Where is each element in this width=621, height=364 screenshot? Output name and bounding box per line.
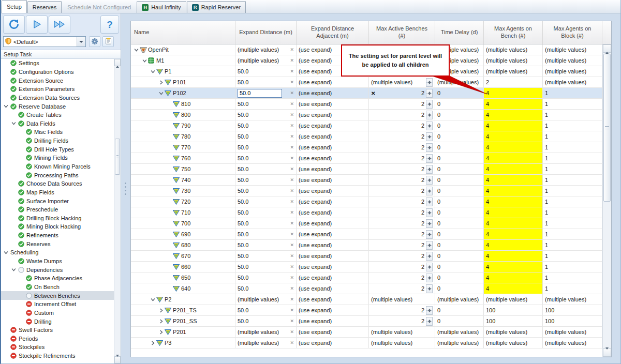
sidebar-item-extension-data-sources[interactable]: Extension Data Sources: [1, 94, 114, 102]
grid-row-810[interactable]: 81050.0✕(use expand)2041: [131, 99, 602, 110]
spinner[interactable]: [426, 122, 433, 130]
cell-max-active-benches[interactable]: 2: [369, 186, 435, 196]
cell-expand-distance[interactable]: 50.0✕: [235, 186, 297, 196]
cell-max-agents-block[interactable]: 1: [543, 131, 602, 142]
cell-max-active-benches[interactable]: (multiple values): [369, 327, 435, 337]
grid-row-650[interactable]: 65050.0✕(use expand)2041: [131, 272, 602, 283]
chevron-down-icon[interactable]: [3, 250, 9, 255]
cell-max-agents-block[interactable]: 1: [543, 120, 602, 131]
cell-expand-adjacent[interactable]: (use expand): [297, 77, 369, 87]
grid-row-680[interactable]: 68050.0✕(use expand)2041: [131, 240, 602, 251]
clear-icon[interactable]: ✕: [290, 232, 294, 237]
cell-name[interactable]: 730: [131, 186, 235, 196]
grid-row-760[interactable]: 76050.0✕(use expand)2041: [131, 153, 602, 164]
cell-expand-distance[interactable]: 50.0✕: [235, 99, 297, 109]
scroll-up-button[interactable]: [114, 59, 121, 66]
cell-expand-distance[interactable]: ✕: [235, 88, 297, 98]
cell-max-agents-bench[interactable]: 100: [484, 316, 543, 326]
cell-max-agents-block[interactable]: (multiple values): [543, 338, 602, 348]
clear-icon[interactable]: ✕: [290, 90, 294, 96]
cell-time-delay[interactable]: 0: [435, 142, 484, 153]
cell-name[interactable]: P102: [131, 88, 235, 98]
cell-expand-distance[interactable]: 50.0✕: [235, 207, 297, 218]
cell-max-active-benches[interactable]: 2: [369, 120, 435, 131]
spinner[interactable]: [426, 198, 433, 206]
cell-name[interactable]: 670: [131, 251, 235, 261]
cell-expand-adjacent[interactable]: (use expand): [297, 142, 369, 153]
cell-max-active-benches[interactable]: 2: [369, 196, 435, 207]
cell-time-delay[interactable]: (multiple values): [435, 327, 484, 337]
cell-max-agents-bench[interactable]: (multiple values): [484, 66, 543, 77]
spinner[interactable]: [426, 111, 433, 119]
cell-max-agents-bench[interactable]: 4: [484, 272, 543, 283]
grid-row-670[interactable]: 67050.0✕(use expand)2041: [131, 251, 602, 262]
cell-max-agents-block[interactable]: 1: [543, 251, 602, 261]
cell-expand-adjacent[interactable]: (use expand): [297, 164, 369, 174]
cell-max-active-benches[interactable]: 2: [369, 131, 435, 142]
cell-expand-adjacent[interactable]: (use expand): [297, 175, 369, 185]
cell-max-agents-bench[interactable]: (multiple values): [484, 55, 543, 66]
cell-max-agents-block[interactable]: (multiple values): [543, 66, 602, 77]
chevron-down-icon[interactable]: [150, 297, 156, 302]
column-header-adj[interactable]: Expand Distance Adjacent (m): [297, 21, 369, 44]
cell-name[interactable]: 800: [131, 110, 235, 120]
scroll-down-button[interactable]: [603, 348, 611, 357]
cell-max-agents-block[interactable]: 1: [543, 142, 602, 153]
clear-icon[interactable]: ✕: [290, 275, 294, 280]
cell-max-agents-block[interactable]: 1: [543, 272, 602, 283]
spinner[interactable]: [426, 219, 433, 228]
cell-time-delay[interactable]: 0: [435, 272, 484, 283]
cell-expand-distance[interactable]: 50.0✕: [235, 153, 297, 163]
cell-expand-adjacent[interactable]: (use expand): [297, 153, 369, 163]
column-header-bench[interactable]: Max Agents on Bench (#): [484, 21, 543, 44]
cell-max-agents-block[interactable]: 1: [543, 186, 602, 196]
sidebar-item-known-mining-parcels[interactable]: Known Mining Parcels: [1, 162, 114, 171]
cell-time-delay[interactable]: 0: [435, 262, 484, 272]
cell-expand-adjacent[interactable]: (use expand): [297, 88, 369, 98]
spinner[interactable]: [426, 317, 433, 326]
clear-icon[interactable]: ✕: [290, 166, 294, 172]
cell-max-agents-block[interactable]: 1: [543, 218, 602, 229]
sidebar-item-stockpiles[interactable]: Stockpiles: [1, 343, 114, 352]
cell-expand-distance[interactable]: 50.0✕: [235, 66, 297, 77]
cell-name[interactable]: P201: [131, 327, 235, 337]
cell-max-agents-bench[interactable]: 4: [484, 164, 543, 174]
cell-time-delay[interactable]: 0: [435, 251, 484, 261]
cell-max-agents-block[interactable]: 1: [543, 164, 602, 174]
panel-splitter[interactable]: [122, 13, 129, 363]
cell-name[interactable]: P201_SS: [131, 316, 235, 326]
sidebar-item-stockpile-refinements[interactable]: Stockpile Refinements: [1, 352, 114, 360]
clear-icon[interactable]: ✕: [290, 340, 294, 345]
cell-expand-adjacent[interactable]: (use expand): [297, 120, 369, 131]
chevron-down-icon[interactable]: [150, 69, 156, 74]
cell-max-agents-bench[interactable]: 4: [484, 131, 543, 142]
grid-row-740[interactable]: 74050.0✕(use expand)2041: [131, 175, 602, 186]
cell-max-agents-block[interactable]: 1: [543, 262, 602, 272]
cell-max-agents-bench[interactable]: 2: [484, 77, 543, 87]
cell-expand-distance[interactable]: 50.0✕: [235, 142, 297, 153]
cell-time-delay[interactable]: 0: [435, 305, 484, 315]
sidebar-item-surface-importer[interactable]: Surface Importer: [1, 196, 114, 205]
cell-max-active-benches[interactable]: 2: [369, 229, 435, 239]
sidebar-item-periods[interactable]: Periods: [1, 335, 114, 343]
cell-max-active-benches[interactable]: 2: [369, 305, 435, 315]
cell-name[interactable]: 780: [131, 131, 235, 142]
cell-time-delay[interactable]: 0: [435, 283, 484, 294]
sidebar-item-mining-block-hacking[interactable]: Mining Block Hacking: [1, 222, 114, 231]
chevron-right-icon[interactable]: [158, 80, 165, 85]
cell-expand-adjacent[interactable]: (use expand): [297, 251, 369, 261]
run-button[interactable]: [26, 16, 48, 34]
clear-icon[interactable]: ✕: [290, 112, 294, 117]
grid-row-660[interactable]: 66050.0✕(use expand)2041: [131, 262, 602, 272]
clear-icon[interactable]: ✕: [290, 221, 294, 226]
grid-row-p102[interactable]: P102✕(use expand)✕2041: [131, 88, 602, 99]
clear-icon[interactable]: ✕: [290, 80, 294, 85]
grid-row-720[interactable]: 72050.0✕(use expand)2041: [131, 196, 602, 207]
sidebar-item-phase-adjacencies[interactable]: Phase Adjacencies: [1, 274, 114, 283]
cell-expand-distance[interactable]: 50.0✕: [235, 131, 297, 142]
cell-time-delay[interactable]: 0: [435, 218, 484, 229]
sidebar-item-processing-paths[interactable]: Processing Paths: [1, 171, 114, 179]
cell-expand-distance[interactable]: 50.0✕: [235, 251, 297, 261]
sidebar-item-map-fields[interactable]: Map Fields: [1, 188, 114, 197]
cell-max-agents-bench[interactable]: 4: [484, 207, 543, 218]
